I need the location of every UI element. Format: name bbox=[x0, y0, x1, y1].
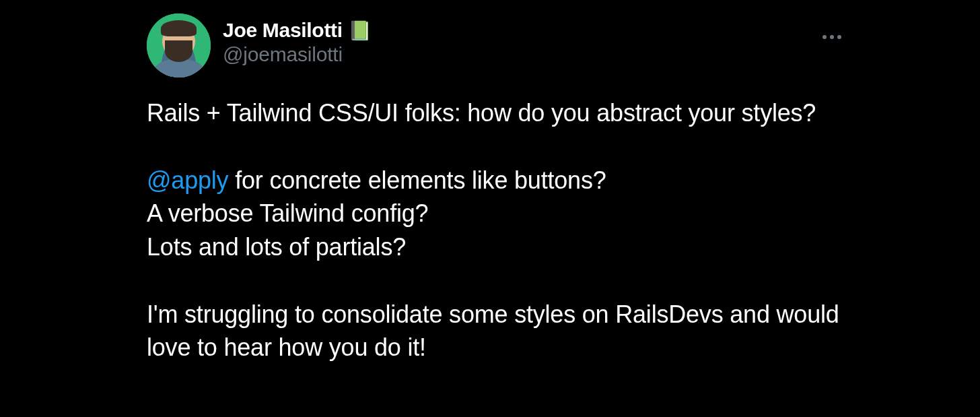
user-info: Joe Masilotti 📗 @joemasilotti bbox=[223, 13, 372, 66]
more-horizontal-icon bbox=[823, 35, 841, 39]
display-name: Joe Masilotti bbox=[223, 19, 343, 42]
book-icon: 📗 bbox=[348, 20, 372, 42]
more-options-button[interactable] bbox=[817, 30, 847, 44]
tweet-line: Lots and lots of partials? bbox=[147, 230, 845, 264]
tweet-line: Rails + Tailwind CSS/UI folks: how do yo… bbox=[147, 96, 845, 130]
tweet-paragraph: @apply for concrete elements like button… bbox=[147, 164, 845, 264]
tweet-line: A verbose Tailwind config? bbox=[147, 197, 845, 230]
tweet-text: Rails + Tailwind CSS/UI folks: how do yo… bbox=[147, 96, 845, 364]
user-handle[interactable]: @joemasilotti bbox=[223, 43, 372, 66]
tweet-line: @apply for concrete elements like button… bbox=[147, 164, 845, 197]
tweet-paragraph: I'm struggling to consolidate some style… bbox=[147, 298, 845, 364]
tweet-line: I'm struggling to consolidate some style… bbox=[147, 298, 845, 364]
display-name-row[interactable]: Joe Masilotti 📗 bbox=[223, 19, 372, 42]
tweet: Joe Masilotti 📗 @joemasilotti Rails + Ta… bbox=[0, 0, 980, 378]
tweet-paragraph: Rails + Tailwind CSS/UI folks: how do yo… bbox=[147, 96, 845, 130]
tweet-header: Joe Masilotti 📗 @joemasilotti bbox=[147, 13, 845, 77]
avatar[interactable] bbox=[147, 13, 211, 77]
mention-link[interactable]: @apply bbox=[147, 166, 228, 194]
